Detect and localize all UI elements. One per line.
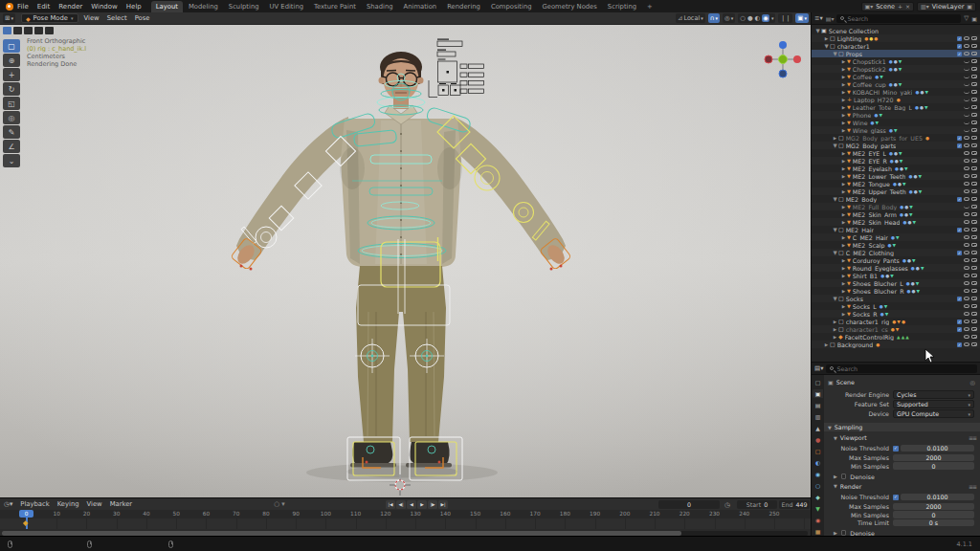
outliner-row[interactable]: ▶▼ME2_EYE_R●●▼	[812, 157, 980, 165]
disable-render-camera-icon[interactable]	[971, 335, 977, 340]
disable-render-camera-icon[interactable]	[971, 98, 977, 102]
disable-render-camera-icon[interactable]	[971, 342, 977, 347]
outliner-row[interactable]: ▶▼Socks_R●▼	[812, 310, 980, 318]
properties-tab-particles[interactable]: ◉	[813, 470, 823, 478]
timeline-ruler[interactable]: 1020304050607080901001101201301401501601…	[0, 510, 812, 518]
time-limit-field[interactable]: 0 s	[893, 519, 974, 527]
disable-render-camera-icon[interactable]	[971, 52, 977, 56]
hide-viewport-eye-icon[interactable]	[964, 166, 969, 170]
hide-viewport-eye-icon[interactable]	[964, 312, 969, 316]
expand-caret-icon[interactable]: ▶	[840, 82, 847, 87]
outliner-row[interactable]: ▶▼ME2_Skin_Arm●●▼	[812, 210, 980, 218]
expand-caret-icon[interactable]: ▶	[840, 243, 847, 248]
disable-render-camera-icon[interactable]	[971, 121, 977, 125]
frame-start-field[interactable]: Start0	[737, 500, 777, 509]
tab-geometry-nodes[interactable]: Geometry Nodes	[538, 1, 602, 12]
timeline-menu-marker[interactable]: Marker	[110, 500, 133, 508]
expand-caret-icon[interactable]: ▶	[823, 342, 830, 347]
outliner-row[interactable]: ▶▼Shirt_B1●●▼	[812, 272, 980, 279]
properties-tab-texture[interactable]: ▦	[813, 527, 823, 536]
expand-caret-icon[interactable]: ▶	[840, 98, 847, 102]
expand-caret-icon[interactable]: ▶	[840, 59, 847, 64]
hidden-eye-icon[interactable]	[964, 99, 969, 101]
hide-viewport-eye-icon[interactable]	[964, 335, 969, 339]
disable-render-camera-icon[interactable]	[971, 228, 977, 232]
noise-threshold-checkbox[interactable]: ✓	[893, 446, 899, 452]
next-keyframe-button[interactable]: |▶	[428, 500, 437, 509]
blender-logo-icon[interactable]	[6, 3, 13, 11]
expand-caret-icon[interactable]: ▼	[832, 250, 838, 255]
hidden-eye-icon[interactable]	[964, 60, 969, 63]
tab-uv-editing[interactable]: UV Editing	[265, 1, 308, 12]
outliner-row[interactable]: ▶◆FaceItControlRig▲▲▲	[812, 333, 980, 341]
hidden-eye-icon[interactable]	[964, 129, 969, 132]
outliner-row[interactable]: ▼▢Props✓	[812, 50, 980, 57]
new-viewlayer-icon[interactable]: ▣	[967, 3, 972, 10]
outliner-row[interactable]: ▶▼Coffee●▼	[812, 73, 980, 80]
properties-tab-render[interactable]: ▣	[813, 389, 823, 398]
outliner-row[interactable]: ▼▢character1✓	[812, 42, 980, 50]
hidden-eye-icon[interactable]	[964, 83, 969, 86]
disable-render-camera-icon[interactable]	[971, 44, 977, 49]
auto-keying-icon[interactable]: ○ ▾	[274, 500, 285, 508]
disable-render-camera-icon[interactable]	[971, 151, 977, 156]
tab-animation[interactable]: Animation	[399, 1, 442, 12]
denoise-checkbox[interactable]	[841, 530, 847, 536]
outliner-row[interactable]: ▶▢MG2_Body_parts_for_UE5●✓	[812, 134, 980, 142]
hide-viewport-eye-icon[interactable]	[964, 304, 969, 308]
disable-render-camera-icon[interactable]	[971, 90, 977, 95]
properties-tab-data[interactable]: ▼	[813, 504, 823, 513]
outliner-row[interactable]: ▶▼ME2_Eyelash●●▼	[812, 165, 980, 172]
jump-to-end-button[interactable]: ▶|	[438, 500, 448, 509]
expand-caret-icon[interactable]: ▼	[832, 143, 838, 148]
properties-tab-output[interactable]: ▤	[813, 401, 823, 409]
viewport-menu-pose[interactable]: Pose	[135, 14, 150, 22]
outliner-row[interactable]: ▶▼Wine●▼	[812, 119, 980, 126]
outliner-row[interactable]: ▶+Laptop_H720●	[812, 96, 980, 103]
outliner-row[interactable]: ▶▼Shoes_Blucher_L●●▼	[812, 279, 980, 287]
expand-caret-icon[interactable]: ▶	[832, 327, 838, 332]
exclude-checkbox[interactable]: ✓	[957, 327, 962, 332]
disable-render-camera-icon[interactable]	[971, 266, 977, 271]
expand-caret-icon[interactable]: ▶	[832, 320, 838, 324]
tab-rendering[interactable]: Rendering	[442, 1, 485, 12]
tab-shading[interactable]: Shading	[362, 1, 398, 12]
hide-viewport-eye-icon[interactable]	[964, 136, 969, 140]
tool-measure[interactable]: ∠	[3, 140, 20, 153]
properties-tab-world[interactable]: ●	[813, 435, 823, 444]
hide-viewport-eye-icon[interactable]	[964, 36, 969, 40]
disable-render-camera-icon[interactable]	[971, 159, 977, 164]
stopwatch-icon[interactable]: ◷	[724, 501, 730, 509]
properties-tab-physics[interactable]: ○	[813, 481, 823, 490]
outliner-row[interactable]: ▶▼Coffee_cup●●▼	[812, 80, 980, 88]
render-engine-dropdown[interactable]: Cycles▾	[893, 390, 974, 399]
outliner-row[interactable]: ▶▼Chopstick2●●▼	[812, 65, 980, 73]
hidden-eye-icon[interactable]	[964, 68, 969, 71]
viewport-3d[interactable]	[0, 25, 812, 497]
expand-caret-icon[interactable]: ▶	[840, 312, 847, 317]
hide-viewport-eye-icon[interactable]	[964, 281, 969, 285]
tool-pose-breakdowner[interactable]: ⌄	[3, 154, 20, 167]
jump-to-start-button[interactable]: |◀	[386, 500, 395, 509]
exclude-checkbox[interactable]: ✓	[957, 228, 962, 232]
disable-render-camera-icon[interactable]	[971, 128, 977, 133]
tab-compositing[interactable]: Compositing	[486, 1, 537, 12]
presets-icon[interactable]: ≡≡	[969, 483, 976, 490]
disable-render-camera-icon[interactable]	[971, 189, 977, 194]
hidden-eye-icon[interactable]	[964, 114, 969, 117]
hide-viewport-eye-icon[interactable]	[964, 266, 969, 270]
hidden-eye-icon[interactable]	[964, 106, 969, 109]
editor-divider[interactable]	[811, 12, 812, 536]
scene-selector[interactable]: ▣▾ Scene + ×	[861, 2, 915, 11]
viewport-menu-select[interactable]: Select	[107, 14, 127, 22]
disable-render-camera-icon[interactable]	[971, 75, 977, 79]
exclude-checkbox[interactable]: ✓	[957, 342, 962, 347]
disable-render-camera-icon[interactable]	[971, 113, 977, 118]
outliner-row[interactable]: ▶▢character1_cs●▼✓	[812, 325, 980, 333]
tab-texture-paint[interactable]: Texture Paint	[309, 1, 361, 12]
current-frame-field[interactable]: 0	[658, 500, 720, 509]
display-mode-icon[interactable]: ▤▾	[826, 15, 835, 22]
tab-layout[interactable]: Layout	[151, 1, 183, 12]
properties-tab-modifiers[interactable]: ◐	[813, 458, 823, 467]
hide-viewport-eye-icon[interactable]	[964, 159, 969, 163]
